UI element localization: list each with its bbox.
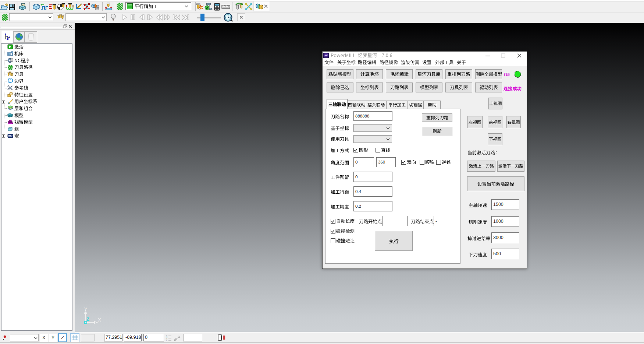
svg-text:Z: Z	[166, 339, 167, 341]
svg-text:X: X	[98, 317, 101, 323]
svg-text:Y: Y	[84, 306, 88, 312]
